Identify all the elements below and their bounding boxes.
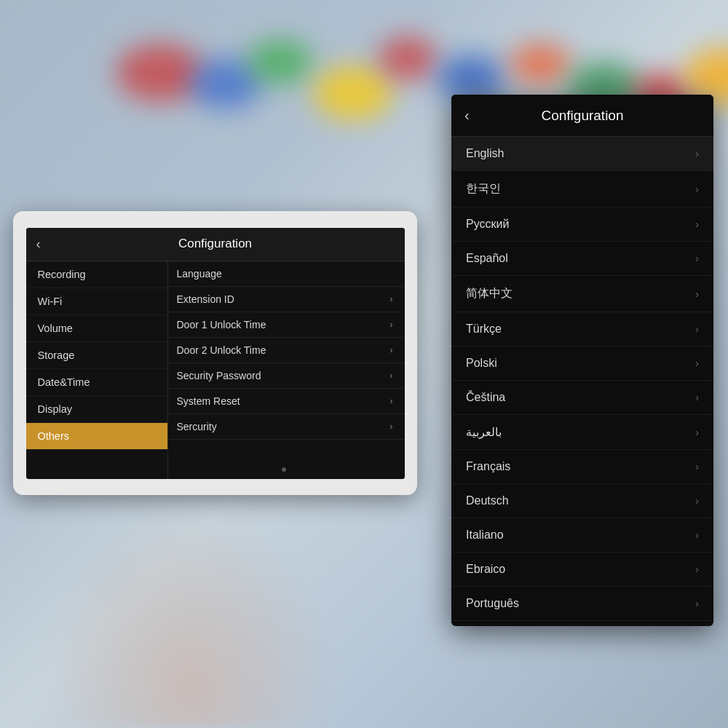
chevron-icon: › bbox=[695, 183, 699, 195]
lang-name: 简体中文 bbox=[466, 286, 513, 301]
chevron-icon: › bbox=[389, 319, 392, 330]
sidebar-item-storage[interactable]: Storage bbox=[26, 342, 167, 369]
lang-item-english[interactable]: English › bbox=[451, 137, 713, 171]
device-back-button[interactable]: ‹ bbox=[36, 237, 41, 252]
lang-item-german[interactable]: Deutsch › bbox=[451, 484, 713, 518]
sidebar-item-others[interactable]: Others bbox=[26, 423, 167, 450]
main-item-label: Security Password bbox=[177, 370, 261, 381]
sidebar-item-datetime[interactable]: Date&Time bbox=[26, 369, 167, 396]
chevron-icon: › bbox=[695, 218, 699, 230]
main-item-label: Door 2 Unlock Time bbox=[177, 344, 266, 356]
lang-header: ‹ Configuration bbox=[451, 95, 713, 137]
device-dot bbox=[282, 467, 286, 472]
chevron-icon: › bbox=[695, 598, 699, 609]
chevron-icon: › bbox=[695, 427, 699, 438]
device-header: ‹ Configuration bbox=[26, 228, 405, 261]
main-item-extension-id[interactable]: Extension ID › bbox=[168, 287, 405, 312]
lang-item-turkish[interactable]: Türkçe › bbox=[451, 312, 713, 347]
lang-name: بالعربية bbox=[466, 425, 502, 439]
lang-name: Čeština bbox=[466, 391, 505, 404]
main-item-system-reset[interactable]: System Reset › bbox=[168, 389, 405, 414]
lang-item-polish[interactable]: Polski › bbox=[451, 347, 713, 381]
lang-name: Português bbox=[466, 597, 519, 610]
main-item-label: System Reset bbox=[177, 395, 240, 407]
lang-item-hebrew[interactable]: Ebraico › bbox=[451, 553, 713, 587]
device-inner: ‹ Configuration Recording Wi-Fi Volume S… bbox=[26, 228, 405, 479]
lang-item-russian[interactable]: Русский › bbox=[451, 207, 713, 242]
chevron-icon: › bbox=[695, 495, 699, 507]
lang-item-arabic[interactable]: بالعربية › bbox=[451, 415, 713, 450]
device-sidebar: Recording Wi-Fi Volume Storage Date&Time… bbox=[26, 261, 168, 479]
sidebar-item-volume[interactable]: Volume bbox=[26, 315, 167, 342]
lang-name: 한국인 bbox=[466, 181, 501, 197]
chevron-icon: › bbox=[695, 288, 699, 300]
chevron-icon: › bbox=[389, 344, 392, 355]
chevron-icon: › bbox=[695, 392, 699, 403]
lang-name: Italiano bbox=[466, 529, 504, 542]
lang-name: Polski bbox=[466, 357, 497, 370]
lang-name: Français bbox=[466, 460, 510, 473]
device-title: Configuration bbox=[178, 237, 252, 251]
lang-back-button[interactable]: ‹ bbox=[464, 107, 470, 124]
lang-item-italian[interactable]: Italiano › bbox=[451, 518, 713, 553]
chevron-icon: › bbox=[389, 293, 392, 304]
chevron-icon: › bbox=[695, 529, 699, 541]
lang-title: Configuration bbox=[541, 108, 623, 124]
device-main: Language Extension ID › Door 1 Unlock Ti… bbox=[168, 261, 405, 479]
sidebar-item-recording[interactable]: Recording bbox=[26, 261, 167, 288]
main-item-security-password[interactable]: Security Password › bbox=[168, 363, 405, 389]
sidebar-item-wifi[interactable]: Wi-Fi bbox=[26, 288, 167, 315]
lang-name: Türkçe bbox=[466, 323, 502, 336]
chevron-icon: › bbox=[695, 357, 699, 369]
main-item-label: Sercurity bbox=[177, 421, 217, 432]
chevron-icon: › bbox=[389, 395, 392, 406]
lang-item-portuguese[interactable]: Português › bbox=[451, 587, 713, 621]
main-item-label: Door 1 Unlock Time bbox=[177, 319, 266, 331]
chevron-icon: › bbox=[389, 370, 392, 381]
language-list: English › 한국인 › Русский › Español › 简体中文… bbox=[451, 137, 713, 626]
lang-name: Deutsch bbox=[466, 494, 509, 507]
main-item-sercurity[interactable]: Sercurity › bbox=[168, 414, 405, 440]
chevron-icon: › bbox=[695, 253, 699, 264]
chevron-icon: › bbox=[695, 461, 699, 472]
lang-name: Español bbox=[466, 252, 508, 265]
chevron-icon: › bbox=[695, 563, 699, 575]
lang-name: Ebraico bbox=[466, 563, 505, 576]
chevron-icon: › bbox=[695, 323, 699, 335]
main-item-language[interactable]: Language bbox=[168, 261, 405, 287]
main-item-label: Language bbox=[177, 268, 222, 280]
main-item-label: Extension ID bbox=[177, 293, 234, 305]
lang-item-spanish[interactable]: Español › bbox=[451, 242, 713, 276]
main-item-door1-unlock[interactable]: Door 1 Unlock Time › bbox=[168, 312, 405, 338]
device-panel: ‹ Configuration Recording Wi-Fi Volume S… bbox=[13, 211, 417, 495]
lang-name: Русский bbox=[466, 218, 509, 231]
main-item-door2-unlock[interactable]: Door 2 Unlock Time › bbox=[168, 338, 405, 363]
lang-name: English bbox=[466, 147, 504, 160]
lang-item-korean[interactable]: 한국인 › bbox=[451, 171, 713, 207]
chevron-icon: › bbox=[695, 148, 699, 159]
device-screen: ‹ Configuration Recording Wi-Fi Volume S… bbox=[26, 228, 405, 479]
sidebar-item-display[interactable]: Display bbox=[26, 396, 167, 423]
lang-item-french[interactable]: Français › bbox=[451, 450, 713, 484]
language-panel: ‹ Configuration English › 한국인 › Русский … bbox=[451, 95, 713, 626]
lang-item-chinese[interactable]: 简体中文 › bbox=[451, 276, 713, 312]
device-content: Recording Wi-Fi Volume Storage Date&Time… bbox=[26, 261, 405, 479]
chevron-icon: › bbox=[389, 421, 392, 432]
lang-item-czech[interactable]: Čeština › bbox=[451, 381, 713, 415]
